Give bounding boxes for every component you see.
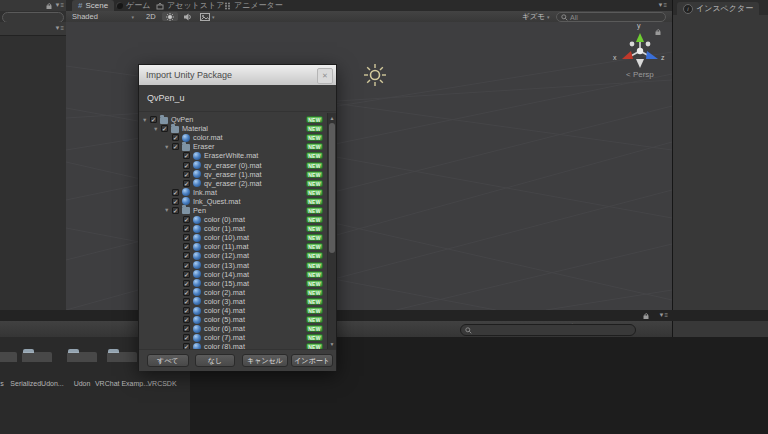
item-label: Eraser	[193, 142, 215, 151]
material-icon	[193, 297, 201, 305]
import-button[interactable]: インポート	[291, 354, 333, 367]
foldout-caret-icon[interactable]: ▼	[164, 207, 172, 213]
package-tree-row[interactable]: ▼✓EraserNEW	[139, 142, 336, 151]
item-checkbox[interactable]: ✓	[150, 116, 157, 123]
package-tree-row[interactable]: ✓Ink.matNEW	[139, 188, 336, 197]
scrollbar[interactable]: ▲ ▼	[327, 113, 336, 349]
item-checkbox[interactable]: ✓	[183, 225, 190, 232]
package-tree-row[interactable]: ✓color (4).matNEW	[139, 306, 336, 315]
foldout-caret-icon[interactable]: ▼	[153, 126, 161, 132]
scene-lighting-toggle[interactable]	[162, 12, 178, 21]
item-checkbox[interactable]: ✓	[172, 143, 179, 150]
item-checkbox[interactable]: ✓	[161, 125, 168, 132]
lock-icon[interactable]	[642, 312, 650, 320]
package-tree-row[interactable]: ▼✓MaterialNEW	[139, 124, 336, 133]
package-tree-row[interactable]: ✓color (13).matNEW	[139, 261, 336, 270]
image-icon	[200, 13, 210, 21]
item-checkbox[interactable]: ✓	[183, 252, 190, 259]
close-button[interactable]: ✕	[317, 68, 333, 84]
scrollbar-thumb[interactable]	[329, 123, 335, 253]
material-icon	[193, 288, 201, 296]
panel-menu-icon[interactable]: ▼≡	[658, 2, 667, 9]
scene-search-input[interactable]: All	[556, 12, 666, 22]
project-search-input[interactable]	[460, 324, 636, 336]
tab-inspector[interactable]: i インスペクター	[677, 2, 759, 15]
package-tree-row[interactable]: ✓color (1).matNEW	[139, 224, 336, 233]
package-tree-row[interactable]: ✓EraserWhite.matNEW	[139, 151, 336, 160]
package-tree-row[interactable]: ✓color (15).matNEW	[139, 279, 336, 288]
package-tree-row[interactable]: ✓color (12).matNEW	[139, 251, 336, 260]
lock-icon[interactable]	[45, 2, 53, 10]
select-none-button[interactable]: なし	[195, 354, 235, 367]
item-checkbox[interactable]: ✓	[183, 262, 190, 269]
package-tree-row[interactable]: ✓Ink_Quest.matNEW	[139, 197, 336, 206]
package-name: QvPen_u	[139, 85, 336, 112]
package-tree-row[interactable]: ✓color (10).matNEW	[139, 233, 336, 242]
item-checkbox[interactable]: ✓	[183, 298, 190, 305]
package-tree-row[interactable]: ✓color (8).matNEW	[139, 342, 336, 349]
item-checkbox[interactable]: ✓	[172, 189, 179, 196]
package-tree-row[interactable]: ✓color (0).matNEW	[139, 215, 336, 224]
item-checkbox[interactable]: ✓	[172, 198, 179, 205]
package-tree-row[interactable]: ✓qv_eraser (0).matNEW	[139, 160, 336, 169]
package-tree-row[interactable]: ✓color (6).matNEW	[139, 324, 336, 333]
projection-toggle[interactable]: < Persp	[626, 70, 654, 79]
item-checkbox[interactable]: ✓	[183, 243, 190, 250]
package-tree-row[interactable]: ✓qv_eraser (2).matNEW	[139, 179, 336, 188]
package-tree-row[interactable]: ✓color (3).matNEW	[139, 297, 336, 306]
item-checkbox[interactable]: ✓	[183, 280, 190, 287]
select-all-button[interactable]: すべて	[147, 354, 189, 367]
tab-scene[interactable]: # Scene	[72, 0, 114, 11]
item-checkbox[interactable]: ✓	[183, 325, 190, 332]
panel-menu-icon[interactable]: ▼≡	[55, 25, 64, 32]
scene-audio-toggle[interactable]	[180, 11, 197, 22]
tab-animator[interactable]: アニメーター	[218, 0, 289, 11]
item-checkbox[interactable]: ✓	[183, 271, 190, 278]
scroll-down-icon[interactable]: ▼	[328, 340, 336, 348]
material-icon	[182, 197, 190, 205]
dialog-titlebar[interactable]: Import Unity Package ✕	[139, 65, 336, 85]
scene-effects-dropdown[interactable]: ▾	[196, 11, 219, 22]
package-tree-row[interactable]: ✓qv_eraser (1).matNEW	[139, 170, 336, 179]
material-icon	[193, 334, 201, 342]
item-checkbox[interactable]: ✓	[183, 216, 190, 223]
item-checkbox[interactable]: ✓	[183, 289, 190, 296]
package-tree-row[interactable]: ▼✓PenNEW	[139, 206, 336, 215]
item-checkbox[interactable]: ✓	[172, 207, 179, 214]
item-checkbox[interactable]: ✓	[183, 316, 190, 323]
gizmos-dropdown[interactable]: ギズモ ▾	[518, 11, 554, 22]
scroll-up-icon[interactable]: ▲	[328, 114, 336, 122]
package-tree-row[interactable]: ✓color (7).matNEW	[139, 333, 336, 342]
foldout-caret-icon[interactable]: ▼	[164, 144, 172, 150]
package-tree: ▼✓QvPenNEW▼✓MaterialNEW✓color.matNEW▼✓Er…	[139, 113, 336, 349]
item-checkbox[interactable]: ✓	[183, 234, 190, 241]
item-checkbox[interactable]: ✓	[183, 171, 190, 178]
package-tree-row[interactable]: ✓color (14).matNEW	[139, 270, 336, 279]
material-icon	[193, 270, 201, 278]
item-checkbox[interactable]: ✓	[172, 134, 179, 141]
lock-icon[interactable]	[654, 28, 662, 36]
shading-mode-dropdown[interactable]: Shaded ▾	[68, 11, 138, 22]
item-checkbox[interactable]: ✓	[183, 180, 190, 187]
new-badge: NEW	[306, 225, 323, 232]
cancel-button[interactable]: キャンセル	[242, 354, 288, 367]
item-checkbox[interactable]: ✓	[183, 307, 190, 314]
panel-menu-icon[interactable]: ▼≡	[659, 312, 668, 319]
2d-toggle[interactable]: 2D	[142, 11, 160, 22]
item-checkbox[interactable]: ✓	[183, 162, 190, 169]
item-checkbox[interactable]: ✓	[183, 334, 190, 341]
item-checkbox[interactable]: ✓	[183, 152, 190, 159]
package-tree-row[interactable]: ✓color.matNEW	[139, 133, 336, 142]
panel-menu-icon[interactable]: ▼≡	[55, 2, 64, 9]
new-badge: NEW	[306, 162, 323, 169]
directional-light-gizmo[interactable]	[362, 62, 388, 88]
package-tree-row[interactable]: ✓color (5).matNEW	[139, 315, 336, 324]
package-tree-row[interactable]: ✓color (11).matNEW	[139, 242, 336, 251]
foldout-caret-icon[interactable]: ▼	[142, 117, 150, 123]
new-badge: NEW	[306, 334, 323, 341]
material-icon	[193, 216, 201, 224]
package-tree-row[interactable]: ▼✓QvPenNEW	[139, 115, 336, 124]
package-tree-row[interactable]: ✓color (2).matNEW	[139, 288, 336, 297]
import-package-dialog: Import Unity Package ✕ QvPen_u ▼✓QvPenNE…	[138, 64, 337, 371]
dialog-footer: すべて なし キャンセル インポート	[139, 349, 336, 371]
